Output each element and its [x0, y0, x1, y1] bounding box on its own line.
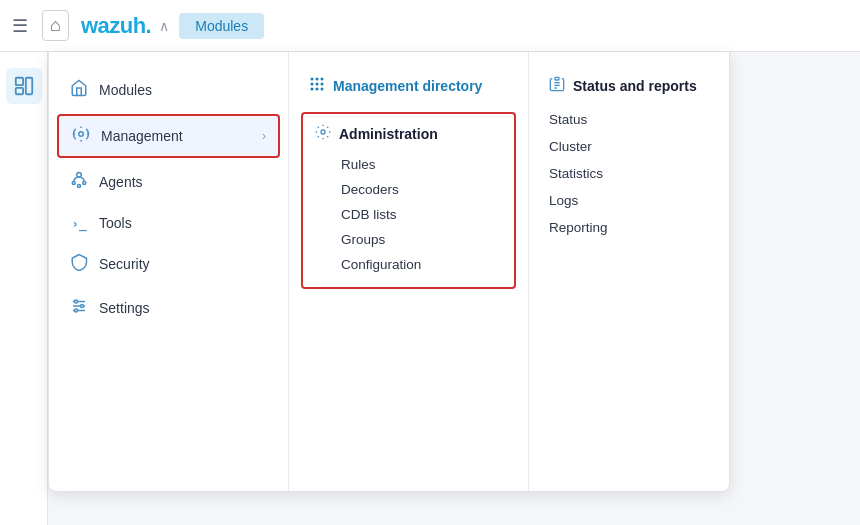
svg-point-16	[81, 305, 84, 308]
administration-title: Administration	[315, 124, 502, 144]
tools-label: Tools	[99, 215, 268, 231]
management-arrow-icon: ›	[262, 129, 266, 143]
panel3-item-statistics[interactable]: Statistics	[529, 160, 729, 187]
menu-panel-3: Status and reports Status Cluster Statis…	[529, 52, 729, 491]
icon-sidebar	[0, 52, 48, 525]
breadcrumb-caret-icon: ∧	[159, 18, 169, 34]
svg-rect-0	[15, 78, 22, 85]
administration-gear-icon	[315, 124, 331, 144]
sub-item-configuration[interactable]: Configuration	[315, 252, 502, 277]
panel3-item-reporting[interactable]: Reporting	[529, 214, 729, 241]
svg-point-27	[321, 130, 325, 134]
panel-2-header: Management directory	[289, 68, 528, 108]
status-reports-label: Status and reports	[573, 78, 697, 94]
panel3-item-logs[interactable]: Logs	[529, 187, 729, 214]
agents-icon	[69, 171, 89, 193]
settings-icon	[69, 297, 89, 319]
svg-point-22	[316, 83, 319, 86]
svg-rect-1	[15, 88, 22, 94]
svg-point-23	[321, 83, 324, 86]
administration-section: Administration Rules Decoders CDB lists …	[301, 112, 516, 289]
hamburger-icon[interactable]: ☰	[12, 15, 28, 37]
svg-point-15	[75, 300, 78, 303]
security-icon	[69, 253, 89, 275]
panel3-item-status[interactable]: Status	[529, 106, 729, 133]
svg-point-7	[79, 132, 84, 137]
svg-point-17	[75, 309, 78, 312]
agents-label: Agents	[99, 174, 268, 190]
administration-label: Administration	[339, 126, 438, 142]
security-label: Security	[99, 256, 268, 272]
svg-point-25	[316, 88, 319, 91]
modules-button[interactable]: Modules	[179, 13, 264, 39]
management-label: Management	[101, 128, 252, 144]
settings-label: Settings	[99, 300, 268, 316]
logo-text: wazuh	[81, 13, 146, 38]
sub-item-decoders[interactable]: Decoders	[315, 177, 502, 202]
svg-point-10	[83, 182, 86, 185]
mega-menu: Modules Management ›	[48, 52, 730, 492]
svg-point-26	[321, 88, 324, 91]
menu-item-agents[interactable]: Agents	[49, 160, 288, 204]
menu-panel-2: Management directory Administration Rule…	[289, 52, 529, 491]
panel3-item-cluster[interactable]: Cluster	[529, 133, 729, 160]
dots-grid-icon	[309, 76, 325, 96]
topbar: ☰ ⌂ wazuh. ∧ Modules	[0, 0, 860, 52]
wazuh-logo: wazuh.	[81, 13, 151, 39]
management-icon	[71, 125, 91, 147]
svg-point-24	[311, 88, 314, 91]
svg-point-19	[316, 78, 319, 81]
svg-point-18	[311, 78, 314, 81]
status-reports-title: Status and reports	[529, 68, 729, 106]
sub-item-rules[interactable]: Rules	[315, 152, 502, 177]
sub-item-cdb-lists[interactable]: CDB lists	[315, 202, 502, 227]
svg-point-21	[311, 83, 314, 86]
tools-icon: ›_	[69, 216, 89, 231]
menu-panel-1: Modules Management ›	[49, 52, 289, 491]
svg-rect-28	[555, 77, 559, 80]
home-button[interactable]: ⌂	[42, 10, 69, 41]
menu-item-tools[interactable]: ›_ Tools	[49, 204, 288, 242]
sub-item-groups[interactable]: Groups	[315, 227, 502, 252]
modules-icon	[69, 79, 89, 101]
menu-item-management[interactable]: Management ›	[57, 114, 280, 158]
svg-point-9	[72, 182, 75, 185]
svg-point-11	[78, 185, 81, 188]
menu-item-security[interactable]: Security	[49, 242, 288, 286]
logo-dot: .	[146, 13, 152, 38]
panel-2-header-label: Management directory	[333, 78, 482, 94]
svg-rect-2	[25, 78, 31, 95]
clipboard-icon	[549, 76, 565, 96]
svg-point-20	[321, 78, 324, 81]
menu-item-modules[interactable]: Modules	[49, 68, 288, 112]
modules-label: Modules	[99, 82, 268, 98]
sidebar-icon-layout[interactable]	[6, 68, 42, 104]
menu-item-settings[interactable]: Settings	[49, 286, 288, 330]
main-layout: Modules Management ›	[0, 52, 860, 525]
